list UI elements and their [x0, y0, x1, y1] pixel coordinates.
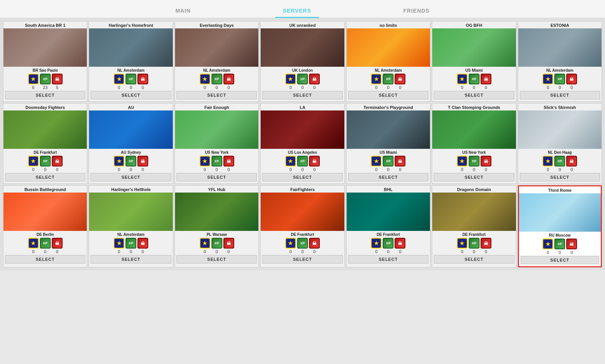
select-button[interactable]: SELECT [434, 91, 514, 99]
server-card[interactable]: OG BFH US Miami XP 0 0 0 SELECT [432, 21, 516, 102]
counts-row: 0 0 0 [177, 85, 257, 90]
server-location: NL Amsterdam [520, 68, 600, 72]
star-badge [371, 74, 382, 84]
server-card[interactable]: no limits NL Amsterdam XP 0 0 0 SELECT [346, 21, 430, 102]
select-button[interactable]: SELECT [434, 255, 514, 264]
xp-badge: XP [554, 239, 565, 249]
count-1: 0 [554, 85, 565, 90]
servers-grid: South America BR 1 BR Sao Paulo XP 6 23 … [0, 18, 605, 270]
server-card[interactable]: FairFighters DE Frankfurt XP 0 0 0 SELEC… [260, 185, 344, 267]
server-image [347, 193, 430, 231]
xp-badge: XP [554, 74, 565, 84]
server-card[interactable]: T Clan Stomping Grounds US New York XP 0… [432, 103, 516, 184]
select-button[interactable]: SELECT [177, 173, 257, 181]
server-info: DE Frankfurt XP 0 0 0 [347, 231, 430, 255]
select-button[interactable]: SELECT [5, 91, 85, 99]
server-card[interactable]: Harlinger's Homefront NL Amsterdam XP 0 … [89, 21, 173, 102]
xp-badge: XP [126, 238, 136, 249]
server-name: Dragons Domain [432, 186, 516, 193]
count-0: 0 [114, 85, 124, 90]
select-button[interactable]: SELECT [262, 173, 342, 181]
select-button[interactable]: SELECT [177, 255, 257, 264]
count-2: 0 [223, 167, 234, 172]
skull-badge [566, 74, 577, 84]
select-button[interactable]: SELECT [91, 91, 171, 99]
nav-main[interactable]: MAIN [168, 5, 198, 18]
select-button[interactable]: SELECT [5, 173, 85, 181]
select-button[interactable]: SELECT [348, 173, 428, 181]
server-card[interactable]: Terminator's Playground US Miami XP 0 0 … [346, 103, 430, 184]
server-card[interactable]: LA US Los Angeles XP 0 0 0 SELECT [260, 103, 344, 184]
nav-servers[interactable]: SERVERS [275, 5, 319, 18]
select-button[interactable]: SELECT [520, 173, 600, 181]
skull-badge [309, 156, 320, 166]
count-0: 0 [285, 85, 296, 90]
server-card[interactable]: YFL Hub PL Warsaw XP 0 0 0 SELECT [175, 185, 259, 267]
skull-badge [481, 156, 491, 166]
select-button[interactable]: SELECT [91, 173, 171, 181]
server-card[interactable]: Fair Enough US New York XP 0 0 0 SELECT [175, 103, 259, 184]
count-1: 0 [297, 167, 308, 172]
count-2: 0 [137, 85, 148, 90]
server-info: DE Frankfurt XP 0 0 0 [3, 149, 87, 173]
count-0: 0 [457, 167, 468, 172]
select-button[interactable]: SELECT [434, 173, 514, 181]
server-card[interactable]: Bussin Battleground DE Berlin XP 0 0 0 S… [3, 185, 87, 267]
server-card[interactable]: BHL DE Frankfurt XP 0 0 0 SELECT [346, 185, 430, 267]
xp-badge: XP [297, 156, 308, 166]
nav-friends[interactable]: FRIENDS [396, 5, 437, 18]
star-badge [542, 156, 553, 166]
server-info: UK London XP 0 0 0 [261, 67, 344, 91]
server-card[interactable]: Everlasting Days NL Amsterdam XP 0 0 0 S… [175, 21, 259, 102]
count-0: 0 [200, 167, 210, 172]
count-0: 0 [457, 249, 468, 254]
server-card[interactable]: AU AU Sydney XP 0 0 0 SELECT [89, 103, 173, 184]
server-card[interactable]: Dragons Domain DE Frankfurt XP 0 0 0 SEL… [432, 185, 516, 267]
server-card[interactable]: ESTONIA NL Amsterdam XP 0 0 0 SELECT [518, 21, 602, 102]
count-0: 0 [114, 167, 124, 172]
server-name: no limits [347, 21, 430, 28]
server-image [89, 28, 172, 67]
server-card[interactable]: UK unranked UK London XP 0 0 0 SELECT [260, 21, 344, 102]
skull-badge [137, 74, 148, 84]
count-1: 0 [469, 85, 479, 90]
star-badge [114, 156, 124, 166]
select-button[interactable]: SELECT [348, 255, 428, 264]
server-info: NL Amsterdam XP 0 0 0 [89, 67, 172, 91]
star-badge [28, 238, 39, 249]
count-2: 0 [223, 85, 234, 90]
select-button[interactable]: SELECT [520, 91, 600, 99]
server-name: ESTONIA [518, 21, 602, 28]
count-0: 0 [200, 249, 210, 254]
star-badge [114, 74, 124, 84]
server-image [261, 193, 344, 231]
count-0: 0 [114, 249, 124, 254]
server-card[interactable]: Harlinger's Hellhole NL Amsterdam XP 0 0… [89, 185, 173, 267]
select-button[interactable]: SELECT [5, 255, 85, 264]
counts-row: 0 0 0 [262, 85, 342, 90]
nav-bar: MAIN SERVERS FRIENDS [0, 0, 605, 18]
skull-badge [223, 238, 234, 249]
select-button[interactable]: SELECT [521, 256, 599, 264]
server-card[interactable]: South America BR 1 BR Sao Paulo XP 6 23 … [3, 21, 87, 102]
badges-row: XP [5, 74, 85, 84]
server-card[interactable]: Slick's Skirmish NL Den Haag XP 0 0 0 SE… [518, 103, 602, 184]
server-card[interactable]: Doomsday Fighters DE Frankfurt XP 0 0 0 … [3, 103, 87, 184]
select-button[interactable]: SELECT [91, 255, 171, 264]
server-info: PL Warsaw XP 0 0 0 [175, 231, 258, 255]
select-button[interactable]: SELECT [348, 91, 428, 99]
select-button[interactable]: SELECT [262, 91, 342, 99]
skull-badge [566, 239, 577, 249]
server-name: FairFighters [261, 186, 344, 193]
select-button[interactable]: SELECT [262, 255, 342, 264]
select-button[interactable]: SELECT [177, 91, 257, 99]
counts-row: 0 0 0 [434, 249, 514, 254]
server-card[interactable]: Third Rome RU Moscow XP 0 0 0 SELECT [518, 185, 602, 267]
count-2: 0 [481, 85, 491, 90]
badges-row: XP [91, 74, 171, 84]
server-location: UK London [262, 68, 342, 72]
counts-row: 0 0 0 [521, 250, 599, 255]
counts-row: 0 0 0 [262, 249, 342, 254]
server-name: AU [89, 104, 172, 110]
count-0: 0 [28, 249, 39, 254]
